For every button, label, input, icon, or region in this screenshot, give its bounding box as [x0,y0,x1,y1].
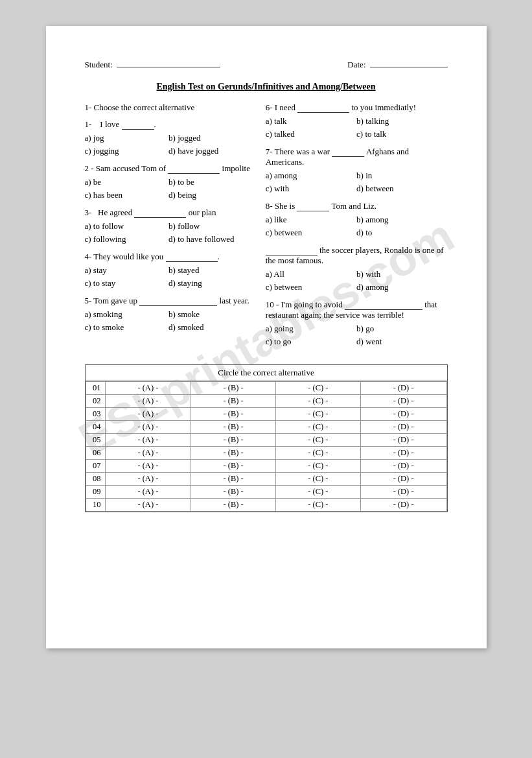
question-2: 2 - Sam accused Tom of impolite a) be b)… [85,163,253,201]
q1-blank [122,122,154,130]
q6-blank [297,105,349,113]
q6-opt-c: c) talked [266,128,356,140]
answer-row[interactable]: 01 - (A) - - (B) - - (C) - - (D) - [86,382,446,395]
q2-options: a) be b) to be c) has been d) being [85,176,253,201]
question-3: 3- He agreed our plan a) to follow b) fo… [85,207,253,245]
q3-opt-a: a) to follow [85,220,169,232]
row-opt-d[interactable]: - (D) - [360,395,446,408]
row-opt-b[interactable]: - (B) - [191,421,276,434]
student-field: Student: [85,58,220,70]
row-opt-a[interactable]: - (A) - [105,447,191,460]
row-opt-a[interactable]: - (A) - [105,421,191,434]
question-6: 6- I need to you immediatly! a) talk b) … [266,102,448,140]
row-opt-d[interactable]: - (D) - [360,408,446,421]
q7-opt-c: c) with [266,183,356,195]
row-opt-d[interactable]: - (D) - [360,382,446,395]
row-opt-b[interactable]: - (B) - [191,460,276,473]
row-opt-d[interactable]: - (D) - [360,434,446,447]
row-opt-a[interactable]: - (A) - [105,486,191,499]
q8-opt-b: b) among [356,214,447,226]
q6-opt-d: c) to talk [356,128,447,140]
q8-opt-c: c) between [266,227,356,239]
left-section-title: 1- Choose the correct alternative [85,102,253,113]
row-opt-c[interactable]: - (C) - [275,486,360,499]
right-column: 6- I need to you immediatly! a) talk b) … [266,102,448,354]
q4-blank [166,254,218,262]
q10-options: a) going b) go c) to go d) went [266,323,448,348]
row-num: 05 [86,434,105,447]
answer-row[interactable]: 09 - (A) - - (B) - - (C) - - (D) - [86,486,446,499]
row-opt-b[interactable]: - (B) - [191,408,276,421]
q8-stem: 8- She is Tom and Liz. [266,201,448,211]
row-opt-c[interactable]: - (C) - [275,447,360,460]
row-opt-c[interactable]: - (C) - [275,395,360,408]
row-opt-c[interactable]: - (C) - [275,460,360,473]
question-9: the soccer players, Ronaldo is one of th… [266,245,448,293]
q4-options: a) stay b) stayed c) to stay d) staying [85,265,253,289]
row-opt-d[interactable]: - (D) - [360,421,446,434]
answer-table-title: Circle the correct alternative [86,365,447,381]
q8-opt-a: a) like [266,214,356,226]
answer-row[interactable]: 03 - (A) - - (B) - - (C) - - (D) - [86,408,446,421]
row-opt-d[interactable]: - (D) - [360,473,446,486]
row-opt-c[interactable]: - (C) - [275,421,360,434]
row-opt-d[interactable]: - (D) - [360,499,446,512]
row-opt-c[interactable]: - (C) - [275,473,360,486]
row-opt-a[interactable]: - (A) - [105,382,191,395]
q4-opt-b: b) stayed [168,265,253,276]
answer-row[interactable]: 04 - (A) - - (B) - - (C) - - (D) - [86,421,446,434]
student-input[interactable] [117,58,220,67]
row-opt-c[interactable]: - (C) - [275,382,360,395]
row-opt-d[interactable]: - (D) - [360,460,446,473]
q9-stem: the soccer players, Ronaldo is one of th… [266,245,448,266]
q3-opt-d: d) to have followed [168,233,253,245]
answer-row[interactable]: 08 - (A) - - (B) - - (C) - - (D) - [86,473,446,486]
q1-stem: 1- I love . [85,119,253,130]
q9-opt-c: c) between [266,281,356,293]
row-opt-a[interactable]: - (A) - [105,499,191,512]
q6-opt-b: b) talking [356,115,447,127]
row-opt-c[interactable]: - (C) - [275,434,360,447]
q2-stem: 2 - Sam accused Tom of impolite [85,163,253,174]
q5-opt-b: b) smoke [168,309,253,320]
q7-options: a) among b) in c) with d) between [266,170,448,195]
row-opt-b[interactable]: - (B) - [191,499,276,512]
row-num: 01 [86,382,105,395]
row-opt-a[interactable]: - (A) - [105,434,191,447]
q7-stem: 7- There was a war Afghans and Americans… [266,147,448,167]
row-opt-a[interactable]: - (A) - [105,395,191,408]
row-opt-a[interactable]: - (A) - [105,408,191,421]
row-num: 02 [86,395,105,408]
row-opt-a[interactable]: - (A) - [105,473,191,486]
date-field: Date: [347,58,447,70]
q3-blank [134,210,186,218]
answer-row[interactable]: 05 - (A) - - (B) - - (C) - - (D) - [86,434,446,447]
row-opt-b[interactable]: - (B) - [191,434,276,447]
answer-row[interactable]: 07 - (A) - - (B) - - (C) - - (D) - [86,460,446,473]
question-5: 5- Tom gave up last year. a) smoking b) … [85,296,253,333]
q5-opt-c: c) to smoke [85,322,169,333]
date-input[interactable] [370,58,448,67]
answer-row[interactable]: 02 - (A) - - (B) - - (C) - - (D) - [86,395,446,408]
row-num: 10 [86,499,105,512]
row-opt-b[interactable]: - (B) - [191,382,276,395]
row-opt-b[interactable]: - (B) - [191,486,276,499]
q10-opt-b: b) go [356,323,447,335]
q4-opt-a: a) stay [85,265,169,276]
row-opt-d[interactable]: - (D) - [360,486,446,499]
q5-stem: 5- Tom gave up last year. [85,296,253,306]
row-opt-b[interactable]: - (B) - [191,473,276,486]
answer-row[interactable]: 06 - (A) - - (B) - - (C) - - (D) - [86,447,446,460]
answer-row[interactable]: 10 - (A) - - (B) - - (C) - - (D) - [86,499,446,512]
row-opt-d[interactable]: - (D) - [360,447,446,460]
q2-opt-b: b) to be [168,176,253,188]
row-opt-c[interactable]: - (C) - [275,499,360,512]
q10-blank [345,302,422,310]
page: ESLprintables.com Student: Date: English… [46,26,487,648]
row-opt-c[interactable]: - (C) - [275,408,360,421]
row-opt-b[interactable]: - (B) - [191,395,276,408]
q7-opt-a: a) among [266,170,356,182]
row-opt-b[interactable]: - (B) - [191,447,276,460]
row-opt-a[interactable]: - (A) - [105,460,191,473]
q2-opt-c: c) has been [85,189,169,201]
